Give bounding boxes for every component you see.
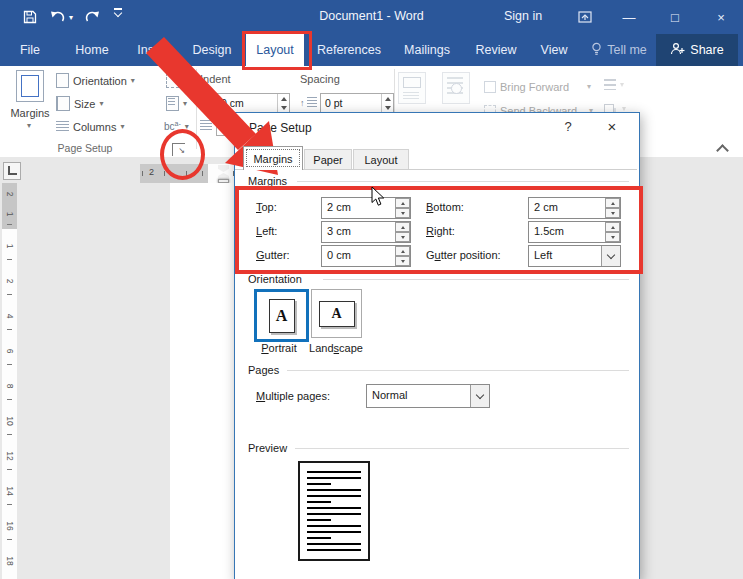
margins-caret-icon: ▾: [27, 122, 31, 130]
h-ruler-number: 2: [149, 167, 154, 177]
share-label: Share: [690, 43, 723, 57]
group-divider: [196, 69, 197, 149]
orientation-caret-icon: ▾: [131, 77, 135, 85]
breaks-button[interactable]: ▾: [166, 72, 187, 89]
margins-button[interactable]: Margins ▾: [8, 68, 52, 152]
margins-icon: [16, 70, 44, 102]
indent-left-spinner[interactable]: [277, 94, 289, 112]
word-window: ▾ Document1 - Word Sign in — □ × File Ho…: [0, 0, 743, 579]
indent-left-icon: [200, 94, 212, 111]
title-bar: ▾ Document1 - Word Sign in — □ ×: [0, 0, 743, 34]
pages-section-label: Pages: [248, 364, 279, 376]
line-numbers-button[interactable]: ▾: [166, 95, 187, 112]
bring-forward-button[interactable]: Bring Forward ▾: [484, 78, 591, 95]
wrap-text-icon[interactable]: [442, 72, 470, 104]
document-page[interactable]: [170, 183, 237, 579]
portrait-label: Portrait: [256, 342, 302, 354]
vertical-ruler[interactable]: 21124681012141618: [2, 183, 17, 579]
dialog-title: Page Setup: [249, 121, 312, 135]
size-caret-icon: ▾: [99, 100, 103, 108]
multiple-pages-label: Multiple pages:: [256, 386, 330, 406]
landscape-page-icon: A: [319, 301, 355, 327]
tab-insert[interactable]: Insert: [126, 34, 180, 66]
right-margin-field[interactable]: 1.5cm: [528, 221, 621, 243]
tab-review[interactable]: Review: [466, 34, 526, 66]
gutter-label: Gutter:: [256, 245, 290, 265]
dialog-tab-layout[interactable]: Layout: [353, 149, 409, 170]
align-objects-button[interactable]: ▾: [604, 76, 624, 93]
minimize-button[interactable]: —: [612, 0, 646, 34]
sign-in-button[interactable]: Sign in: [504, 9, 542, 23]
columns-label: Columns: [73, 121, 116, 133]
top-margin-label: Top:: [256, 197, 277, 217]
columns-icon: [56, 121, 69, 132]
size-icon: [56, 96, 70, 111]
indent-left-field[interactable]: 0 cm: [216, 93, 290, 113]
orientation-button[interactable]: Orientation ▾: [56, 72, 135, 89]
preview-page: [298, 461, 370, 561]
breaks-icon: [166, 73, 179, 88]
top-margin-field[interactable]: 2 cm: [321, 197, 411, 219]
preview-section-label: Preview: [248, 442, 287, 454]
dialog-close-button[interactable]: ×: [603, 118, 621, 136]
maximize-button[interactable]: □: [658, 0, 692, 34]
left-margin-label: Left:: [256, 221, 277, 241]
gutter-field[interactable]: 0 cm: [321, 245, 411, 267]
multiple-pages-dropdown[interactable]: Normal: [366, 384, 490, 408]
size-button[interactable]: Size ▾: [56, 95, 103, 112]
lightbulb-icon: [591, 42, 602, 59]
tab-stop-selector[interactable]: [3, 162, 21, 180]
page-setup-dialog: Page Setup ? × Margins Paper Layout Marg…: [234, 112, 640, 579]
position-icon[interactable]: [398, 72, 426, 104]
collapse-ribbon-icon[interactable]: [718, 146, 727, 155]
bring-forward-caret-icon: ▾: [587, 83, 591, 91]
close-button[interactable]: ×: [704, 0, 738, 34]
dialog-tab-margins[interactable]: Margins: [243, 146, 303, 170]
page-setup-dialog-launcher[interactable]: ↘: [172, 143, 185, 156]
landscape-label: Landscape: [307, 342, 365, 354]
tab-layout[interactable]: Layout: [246, 34, 304, 66]
dialog-help-button[interactable]: ?: [559, 118, 577, 136]
tab-home[interactable]: Home: [64, 34, 120, 66]
right-margin-spinner[interactable]: [605, 222, 620, 242]
line-numbers-caret-icon: ▾: [183, 100, 187, 108]
columns-caret-icon: ▾: [120, 123, 124, 131]
ribbon-tab-row: File Home Insert Design Layout Reference…: [0, 34, 743, 66]
orientation-icon: [56, 73, 69, 88]
dialog-tab-paper[interactable]: Paper: [304, 149, 352, 170]
columns-button[interactable]: Columns ▾: [56, 118, 124, 135]
portrait-tile[interactable]: A: [254, 289, 309, 342]
gutter-position-chevron-icon[interactable]: [601, 246, 620, 266]
hyphenation-caret-icon: ▾: [185, 123, 189, 131]
bottom-margin-field[interactable]: 2 cm: [528, 197, 621, 219]
horizontal-ruler[interactable]: 2: [140, 164, 237, 183]
tell-me-label: Tell me: [607, 43, 647, 57]
ribbon-display-options-icon[interactable]: [568, 0, 602, 34]
gutter-spinner[interactable]: [395, 246, 410, 266]
margins-section-label: Margins: [248, 175, 287, 187]
tab-tell-me[interactable]: Tell me: [584, 34, 654, 66]
top-margin-spinner[interactable]: [395, 198, 410, 218]
tab-design[interactable]: Design: [184, 34, 240, 66]
breaks-caret-icon: ▾: [183, 77, 187, 85]
hyphenation-button[interactable]: bca- ▾: [164, 118, 189, 135]
gutter-position-label: Gutter position:: [426, 245, 501, 265]
tab-view[interactable]: View: [530, 34, 578, 66]
landscape-tile[interactable]: A: [311, 289, 362, 338]
left-margin-field[interactable]: 3 cm: [321, 221, 411, 243]
bring-forward-label: Bring Forward: [500, 81, 569, 93]
gutter-position-dropdown[interactable]: Left: [528, 245, 621, 267]
bottom-margin-spinner[interactable]: [605, 198, 620, 218]
share-button[interactable]: Share: [656, 34, 738, 66]
tab-references[interactable]: References: [310, 34, 388, 66]
spacing-before-spinner[interactable]: [381, 94, 393, 112]
margins-button-label: Margins: [8, 107, 52, 119]
tab-file[interactable]: File: [10, 34, 50, 66]
orientation-section-label: Orientation: [248, 273, 302, 285]
tab-mailings[interactable]: Mailings: [392, 34, 462, 66]
spacing-before-field[interactable]: 0 pt: [320, 93, 394, 113]
align-icon: [604, 79, 616, 90]
multiple-pages-chevron-icon[interactable]: [470, 385, 489, 407]
left-margin-spinner[interactable]: [395, 222, 410, 242]
bring-forward-icon: [484, 81, 496, 93]
